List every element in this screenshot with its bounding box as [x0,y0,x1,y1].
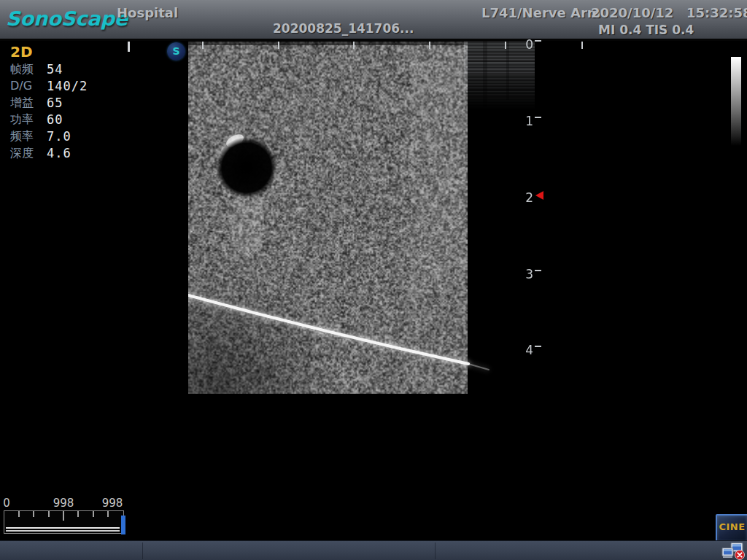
acoustic-output-label: MI 0.4 TIS 0.4 [598,23,694,37]
lateral-scale-tick [278,42,279,49]
cine-position-cursor[interactable] [121,516,125,534]
param-row-gain: 增益 65 [0,96,146,112]
depth-mark-4: 4 [513,343,546,359]
param-row-depth: 深度 4.6 [0,146,146,162]
ultrasound-image[interactable] [188,42,535,394]
depth-label: 4 [525,343,533,357]
param-row-dg: D/G 140/2 [0,79,146,95]
param-value: 140/2 [47,79,88,93]
probe-orientation-tick [128,42,130,52]
depth-tick [535,270,541,271]
hospital-name: Hospital [117,5,178,20]
lateral-scale-tick [429,42,430,49]
probe-preset-label: L741/Nerve Arm [481,5,601,20]
cine-track [6,527,120,529]
param-label: 帧频 [10,62,34,77]
param-label: D/G [10,79,32,93]
lateral-scale-tick [202,42,204,49]
system-time: 15:32:58 [686,5,747,20]
cine-frame-ruler[interactable] [4,510,124,534]
ultrasound-system-screen: SonoScape Hospital 20200825_141706... L7… [0,0,747,560]
system-date: 2020/10/12 [591,5,673,20]
param-value: 7.0 [47,129,71,144]
depth-label: 3 [525,267,533,281]
depth-label: 0 [525,37,533,52]
lateral-scale-tick [581,42,583,49]
cine-track [6,530,120,532]
param-value: 54 [47,62,63,77]
depth-mark-3: 3 [513,267,546,283]
depth-mark-2: 2 [513,190,546,206]
network-disconnected-icon[interactable] [721,542,746,560]
depth-tick [535,346,541,347]
cine-start-frame-label: 0 [2,497,11,510]
param-label: 深度 [10,146,34,161]
depth-mark-0: 0 [513,37,546,53]
depth-label: 1 [525,114,533,128]
param-label: 功率 [10,112,34,128]
cine-ruler-tick [18,511,20,517]
focus-position-marker-icon [535,191,543,200]
sonoscape-logo: SonoScape [6,7,128,30]
param-value: 65 [47,96,63,110]
param-label: 频率 [10,129,34,144]
taskbar [0,540,747,560]
lateral-scale-tick [353,42,355,49]
taskbar-divider [142,542,143,559]
param-value: 60 [47,112,63,127]
cine-ruler-tick [33,511,34,517]
depth-tick [535,40,541,42]
header-bar: SonoScape Hospital 20200825_141706... L7… [0,0,747,41]
grayscale-map-bar [731,57,741,146]
cine-button[interactable]: CINE [716,514,747,543]
cine-ruler-tick [77,511,79,517]
param-label: 增益 [10,96,34,111]
probe-orientation-logo-icon: S [167,42,185,61]
param-value: 4.6 [47,146,71,160]
depth-label: 2 [525,190,533,205]
param-row-frequency: 频率 7.0 [0,129,146,145]
param-row-power: 功率 60 [0,112,146,128]
exam-id: 20200825_141706... [273,21,414,36]
cine-ruler-tick [63,511,64,521]
cine-ruler-tick [107,511,109,517]
mode-2d-label: 2D [10,43,33,61]
cine-mid-frame-label: 998 [48,497,79,510]
param-row-frame-rate: 帧频 54 [0,62,146,78]
depth-mark-1: 1 [513,114,546,130]
cine-end-frame-label: 998 [97,497,128,510]
taskbar-divider [435,542,436,559]
lateral-scale-tick [505,42,506,49]
cine-ruler-tick [48,511,50,517]
depth-tick [535,117,541,118]
cine-ruler-tick [93,511,94,517]
